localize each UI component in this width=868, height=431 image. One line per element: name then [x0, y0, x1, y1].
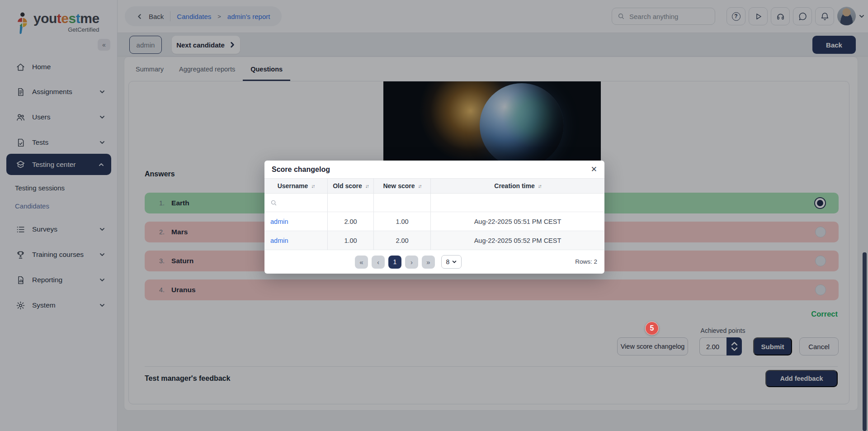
table-filter-row: [264, 194, 604, 212]
modal-title: Score changelog: [272, 166, 330, 174]
close-icon[interactable]: ✕: [591, 166, 597, 173]
sort-icon: ↓↑: [538, 183, 541, 189]
old-score-filter-cell[interactable]: [328, 194, 374, 212]
score-changelog-modal: Score changelog ✕ Username ↓↑ Old score …: [264, 161, 604, 274]
chevron-down-icon: [452, 260, 457, 264]
search-icon: [270, 199, 277, 206]
old-score-cell: 1.00: [328, 231, 374, 250]
pagination-prev-button[interactable]: ‹: [372, 256, 385, 269]
column-header-username[interactable]: Username ↓↑: [264, 179, 328, 193]
creation-time-cell: Aug-22-2025 05:52 PM CEST: [431, 231, 604, 250]
annotation-step-badge: 5: [645, 322, 659, 335]
modal-header: Score changelog ✕: [264, 161, 604, 179]
username-link[interactable]: admin: [270, 237, 288, 244]
app-screen: youtestme GetCertified « Home Assignment…: [0, 0, 868, 431]
pagination-first-button[interactable]: «: [355, 256, 368, 269]
username-link[interactable]: admin: [270, 218, 288, 225]
page-size-value: 8: [446, 258, 450, 265]
column-header-label: New score: [383, 182, 415, 189]
vertical-scrollbar-thumb[interactable]: [863, 252, 867, 431]
new-score-cell: 2.00: [374, 231, 431, 250]
sort-icon: ↓↑: [311, 183, 314, 189]
column-header-label: Username: [278, 182, 308, 189]
column-header-new-score[interactable]: New score ↓↑: [374, 179, 431, 193]
username-cell: admin: [264, 231, 328, 250]
column-header-label: Old score: [333, 182, 362, 189]
username-cell: admin: [264, 212, 328, 231]
username-filter-cell[interactable]: [264, 194, 328, 212]
new-score-cell: 1.00: [374, 212, 431, 231]
table-row: admin 2.00 1.00 Aug-22-2025 05:51 PM CES…: [264, 212, 604, 231]
table-footer: « ‹ 1 › » 8 Rows: 2: [264, 250, 604, 273]
pagination-next-button[interactable]: ›: [405, 256, 418, 269]
page-size-select[interactable]: 8: [441, 255, 462, 269]
old-score-cell: 2.00: [328, 212, 374, 231]
sort-icon: ↓↑: [418, 183, 421, 189]
pagination: « ‹ 1 › » 8: [355, 255, 462, 269]
column-header-creation-time[interactable]: Creation time ↓↑: [431, 179, 604, 193]
column-header-old-score[interactable]: Old score ↓↑: [328, 179, 374, 193]
table-header-row: Username ↓↑ Old score ↓↑ New score ↓↑ Cr…: [264, 179, 604, 194]
pagination-page-1-button[interactable]: 1: [388, 256, 401, 269]
column-header-label: Creation time: [494, 182, 534, 189]
new-score-filter-cell[interactable]: [374, 194, 431, 212]
sort-icon: ↓↑: [365, 183, 368, 189]
rows-count-label: Rows: 2: [575, 258, 597, 265]
creation-time-filter-cell[interactable]: [431, 194, 604, 212]
pagination-last-button[interactable]: »: [422, 256, 435, 269]
creation-time-cell: Aug-22-2025 05:51 PM CEST: [431, 212, 604, 231]
table-row: admin 1.00 2.00 Aug-22-2025 05:52 PM CES…: [264, 231, 604, 250]
